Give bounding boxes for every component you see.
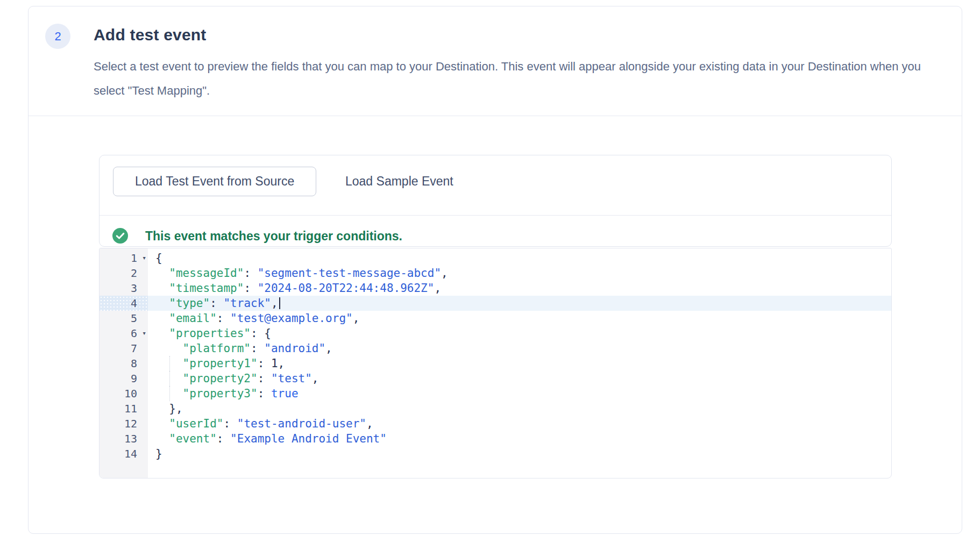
load-test-event-button[interactable]: Load Test Event from Source xyxy=(113,167,316,196)
add-test-event-screen: 2 Add test event Select a test event to … xyxy=(0,0,980,557)
line-number: 9 xyxy=(100,371,148,386)
code-line-6[interactable]: 6▾ "properties": { xyxy=(100,326,891,341)
header-divider xyxy=(29,116,962,116)
code-line-5[interactable]: 5 "email": "test@example.org", xyxy=(100,311,891,326)
check-circle-icon xyxy=(112,228,128,244)
code-line-content: "property3": true xyxy=(148,386,891,401)
step-description: Select a test event to preview the field… xyxy=(94,54,946,103)
code-line-4[interactable]: 4 "type": "track", xyxy=(100,296,891,311)
load-sample-event-label: Load Sample Event xyxy=(345,174,453,189)
line-number: 7 xyxy=(100,341,148,356)
code-line-content: "type": "track", xyxy=(148,296,891,311)
line-number: 5 xyxy=(100,311,148,326)
code-lines: 1▾{2 "messageId": "segment-test-message-… xyxy=(100,248,891,461)
step-number-badge: 2 xyxy=(45,24,70,49)
code-line-14[interactable]: 14} xyxy=(100,446,891,461)
code-line-content: "properties": { xyxy=(148,326,891,341)
trigger-match-message: This event matches your trigger conditio… xyxy=(145,228,402,244)
code-line-8[interactable]: 8 "property1": 1, xyxy=(100,356,891,371)
test-event-card: Load Test Event from Source Load Sample … xyxy=(99,155,892,247)
json-code-editor[interactable]: 1▾{2 "messageId": "segment-test-message-… xyxy=(99,248,892,479)
code-line-content: "event": "Example Android Event" xyxy=(148,431,891,446)
step-number: 2 xyxy=(54,30,61,44)
line-number: 8 xyxy=(100,356,148,371)
code-line-12[interactable]: 12 "userId": "test-android-user", xyxy=(100,416,891,431)
code-line-content: "messageId": "segment-test-message-abcd"… xyxy=(148,266,891,281)
line-number: 4 xyxy=(100,296,148,311)
code-line-10[interactable]: 10 "property3": true xyxy=(100,386,891,401)
line-number: 11 xyxy=(100,401,148,416)
code-line-9[interactable]: 9 "property2": "test", xyxy=(100,371,891,386)
line-number: 12 xyxy=(100,416,148,431)
line-number: 14 xyxy=(100,446,148,461)
code-line-content: "timestamp": "2024-08-20T22:44:48.962Z", xyxy=(148,281,891,296)
code-line-content: { xyxy=(148,251,891,266)
code-line-7[interactable]: 7 "platform": "android", xyxy=(100,341,891,356)
code-line-3[interactable]: 3 "timestamp": "2024-08-20T22:44:48.962Z… xyxy=(100,281,891,296)
fold-arrow-icon[interactable]: ▾ xyxy=(142,326,146,341)
code-line-13[interactable]: 13 "event": "Example Android Event" xyxy=(100,431,891,446)
code-line-1[interactable]: 1▾{ xyxy=(100,251,891,266)
line-number: 10 xyxy=(100,386,148,401)
load-test-event-label: Load Test Event from Source xyxy=(135,174,294,189)
fold-arrow-icon[interactable]: ▾ xyxy=(142,251,146,266)
code-line-content: "property1": 1, xyxy=(148,356,891,371)
line-number: 1▾ xyxy=(100,251,148,266)
code-line-content: }, xyxy=(148,401,891,416)
step-card: 2 Add test event Select a test event to … xyxy=(28,6,962,534)
load-sample-event-button[interactable]: Load Sample Event xyxy=(340,167,459,196)
line-number: 2 xyxy=(100,266,148,281)
code-line-2[interactable]: 2 "messageId": "segment-test-message-abc… xyxy=(100,266,891,281)
line-number: 6▾ xyxy=(100,326,148,341)
code-line-content: "property2": "test", xyxy=(148,371,891,386)
card-divider xyxy=(100,215,891,216)
text-cursor xyxy=(279,297,280,309)
code-line-content: "platform": "android", xyxy=(148,341,891,356)
line-number: 13 xyxy=(100,431,148,446)
page-title: Add test event xyxy=(94,25,207,45)
code-line-content: "userId": "test-android-user", xyxy=(148,416,891,431)
code-line-content: } xyxy=(148,446,891,461)
code-line-content: "email": "test@example.org", xyxy=(148,311,891,326)
code-line-11[interactable]: 11 }, xyxy=(100,401,891,416)
line-number: 3 xyxy=(100,281,148,296)
